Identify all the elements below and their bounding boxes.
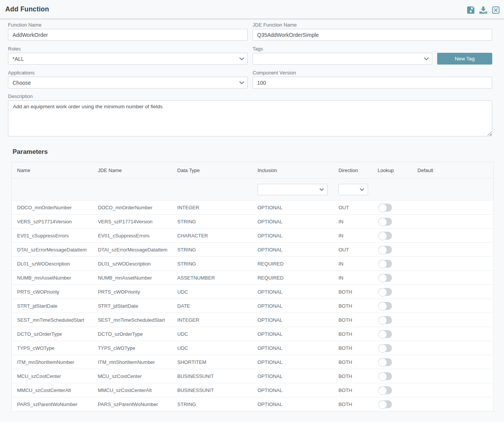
param-direction-cell: BOTH — [334, 313, 373, 327]
param-name-cell: NUMB_mnAssetNumber — [12, 271, 93, 285]
param-inclusion-cell: OPTIONAL — [253, 229, 334, 243]
param-lookup-cell — [373, 313, 413, 327]
jde-function-name-group: JDE Function Name — [253, 22, 492, 41]
roles-group: Roles *ALL — [8, 46, 248, 65]
param-lookup-cell — [373, 257, 413, 271]
description-group: Description Add an equipment work order … — [8, 94, 492, 136]
table-row: ITM_mnShortItemNumberITM_mnShortItemNumb… — [12, 355, 494, 369]
table-row: SEST_mnTimeScheduledStartSEST_mnTimeSche… — [12, 313, 494, 327]
param-name-cell: ITM_mnShortItemNumber — [12, 355, 93, 369]
chevron-down-icon — [424, 55, 429, 60]
lookup-toggle[interactable] — [378, 358, 392, 366]
table-row: DOCO_mnOrderNumberDOCO_mnOrderNumberINTE… — [12, 201, 494, 215]
param-name-cell: DCTO_szOrderType — [12, 327, 93, 341]
table-row: STRT_jdStartDateSTRT_jdStartDateDATEOPTI… — [12, 299, 494, 313]
param-inclusion-cell: OPTIONAL — [253, 383, 334, 397]
param-direction-cell: BOTH — [334, 355, 373, 369]
lookup-toggle[interactable] — [378, 274, 392, 282]
param-lookup-cell — [373, 341, 413, 355]
param-lookup-cell — [373, 271, 413, 285]
lookup-toggle[interactable] — [378, 288, 392, 296]
page-title: Add Function — [5, 5, 49, 13]
param-data-type-cell: STRING — [173, 215, 253, 229]
param-inclusion-cell: OPTIONAL — [253, 243, 334, 257]
description-textarea[interactable]: Add an equipment work order using the mi… — [8, 100, 492, 136]
lookup-toggle[interactable] — [378, 232, 392, 240]
chevron-down-icon — [239, 55, 244, 60]
table-filter-row — [12, 179, 494, 201]
param-inclusion-cell: OPTIONAL — [253, 215, 334, 229]
save-icon[interactable] — [467, 6, 474, 14]
param-name-cell: MCU_szCostCenter — [12, 369, 93, 383]
param-name-cell: VERS_szP17714Version — [12, 215, 93, 229]
param-default-cell — [413, 271, 493, 285]
param-jde-name-cell: VERS_szP17714Version — [93, 215, 173, 229]
col-header-default: Default — [413, 162, 493, 179]
lookup-toggle[interactable] — [378, 260, 392, 268]
param-lookup-cell — [373, 397, 413, 411]
col-header-inclusion: Inclusion — [253, 162, 334, 179]
table-row: MCU_szCostCenterMCU_szCostCenterBUSINESS… — [12, 369, 494, 383]
applications-group: Applications Choose — [8, 70, 248, 89]
function-name-label: Function Name — [8, 22, 248, 27]
download-icon[interactable] — [479, 6, 487, 14]
lookup-toggle[interactable] — [378, 302, 392, 310]
table-row: PRTS_cWOPriorityPRTS_cWOPriorityUDCOPTIO… — [12, 285, 494, 299]
param-lookup-cell — [373, 243, 413, 257]
close-icon[interactable] — [492, 6, 499, 14]
param-jde-name-cell: NUMB_mnAssetNumber — [93, 271, 173, 285]
param-inclusion-cell: OPTIONAL — [253, 397, 334, 411]
param-direction-cell: BOTH — [334, 327, 373, 341]
param-data-type-cell: STRING — [173, 243, 253, 257]
applications-value: Choose — [13, 80, 31, 86]
param-data-type-cell: ASSETNUMBER — [173, 271, 253, 285]
param-default-cell — [413, 383, 493, 397]
jde-function-name-input[interactable] — [253, 29, 492, 41]
param-name-cell: STRT_jdStartDate — [12, 299, 93, 313]
lookup-toggle[interactable] — [378, 218, 392, 226]
inclusion-filter-select[interactable] — [258, 184, 328, 195]
param-jde-name-cell: MMCU_szCostCenterAlt — [93, 383, 173, 397]
param-default-cell — [413, 397, 493, 411]
function-name-input[interactable] — [8, 29, 248, 41]
param-direction-cell: BOTH — [334, 397, 373, 411]
lookup-toggle[interactable] — [378, 386, 392, 394]
param-jde-name-cell: TYPS_cWOType — [93, 341, 173, 355]
lookup-toggle[interactable] — [378, 344, 392, 352]
table-row: VERS_szP17714VersionVERS_szP17714Version… — [12, 215, 494, 229]
col-header-jde-name: JDE Name — [93, 162, 173, 179]
lookup-toggle[interactable] — [378, 316, 392, 324]
param-direction-cell: BOTH — [334, 299, 373, 313]
param-default-cell — [413, 229, 493, 243]
applications-select[interactable]: Choose — [8, 77, 248, 89]
tags-select[interactable] — [253, 53, 432, 65]
lookup-toggle[interactable] — [378, 372, 392, 380]
table-header-row: Name JDE Name Data Type Inclusion Direct… — [12, 162, 494, 179]
roles-select[interactable]: *ALL — [8, 53, 248, 65]
lookup-toggle[interactable] — [378, 246, 392, 254]
table-row: NUMB_mnAssetNumberNUMB_mnAssetNumberASSE… — [12, 271, 494, 285]
param-direction-cell: IN — [334, 229, 373, 243]
lookup-toggle[interactable] — [378, 204, 392, 212]
param-lookup-cell — [373, 355, 413, 369]
param-inclusion-cell: OPTIONAL — [253, 369, 334, 383]
lookup-toggle[interactable] — [378, 400, 392, 408]
param-direction-cell: OUT — [334, 243, 373, 257]
direction-filter-select[interactable] — [338, 184, 368, 195]
new-tag-button[interactable]: New Tag — [437, 53, 492, 65]
param-lookup-cell — [373, 383, 413, 397]
chevron-down-icon — [319, 187, 324, 191]
param-data-type-cell: SHORTITEM — [173, 355, 253, 369]
col-header-lookup: Lookup — [373, 162, 413, 179]
param-direction-cell: BOTH — [334, 369, 373, 383]
param-default-cell — [413, 355, 493, 369]
param-data-type-cell: STRING — [173, 397, 253, 411]
param-data-type-cell: BUSINESSUNIT — [173, 383, 253, 397]
param-default-cell — [413, 327, 493, 341]
param-default-cell — [413, 257, 493, 271]
lookup-toggle[interactable] — [378, 330, 392, 338]
param-name-cell: DTAI_szErrorMessageDataItem — [12, 243, 93, 257]
param-name-cell: DL01_szWODescription — [12, 257, 93, 271]
component-version-input[interactable] — [253, 77, 492, 89]
param-jde-name-cell: ITM_mnShortItemNumber — [93, 355, 173, 369]
